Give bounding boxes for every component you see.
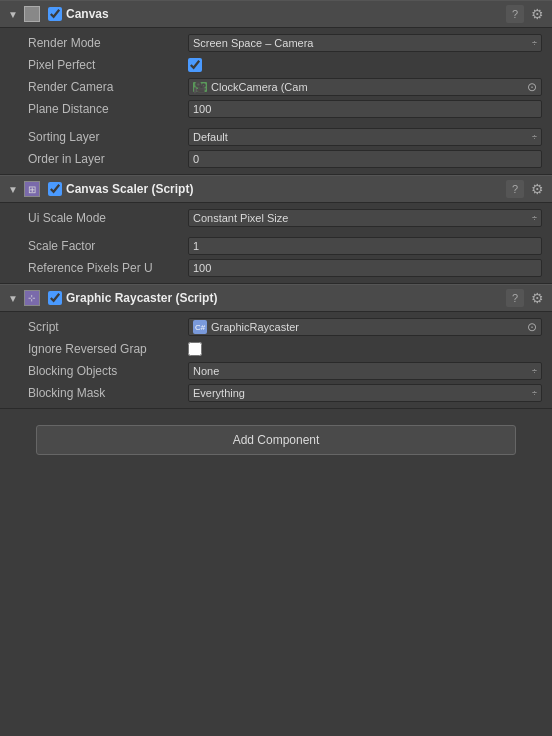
render-mode-dropdown[interactable]: Screen Space – Camera ÷	[188, 34, 542, 52]
plane-distance-input[interactable]	[188, 100, 542, 118]
canvas-scaler-help-button[interactable]: ?	[506, 180, 524, 198]
render-camera-row: Render Camera 🎥 ClockCamera (Cam ⊙	[0, 76, 552, 98]
canvas-scaler-collapse-arrow[interactable]: ▼	[6, 182, 20, 196]
script-cs-icon: C#	[193, 320, 207, 334]
render-camera-inner: 🎥 ClockCamera (Cam	[193, 81, 308, 93]
add-component-button[interactable]: Add Component	[36, 425, 516, 455]
render-mode-arrow: ÷	[532, 38, 537, 48]
order-in-layer-input[interactable]	[188, 150, 542, 168]
script-target-icon[interactable]: ⊙	[527, 320, 537, 334]
canvas-scaler-header: ▼ ⊞ Canvas Scaler (Script) ? ⚙	[0, 175, 552, 203]
ui-scale-mode-dropdown[interactable]: Constant Pixel Size ÷	[188, 209, 542, 227]
script-field[interactable]: C# GraphicRaycaster ⊙	[188, 318, 542, 336]
ui-scale-mode-arrow: ÷	[532, 213, 537, 223]
blocking-mask-arrow: ÷	[532, 388, 537, 398]
canvas-enable-checkbox[interactable]	[48, 7, 62, 21]
blocking-objects-value: None ÷	[188, 362, 542, 380]
order-in-layer-value	[188, 150, 542, 168]
blocking-mask-row: Blocking Mask Everything ÷	[0, 382, 552, 404]
plane-distance-value	[188, 100, 542, 118]
render-camera-target-icon[interactable]: ⊙	[527, 80, 537, 94]
sorting-layer-arrow: ÷	[532, 132, 537, 142]
blocking-objects-row: Blocking Objects None ÷	[0, 360, 552, 382]
ignore-reversed-value	[188, 342, 542, 356]
blocking-objects-text: None	[193, 365, 219, 377]
render-camera-text: ClockCamera (Cam	[211, 81, 308, 93]
canvas-title: Canvas	[66, 7, 506, 21]
sorting-layer-row: Sorting Layer Default ÷	[0, 126, 552, 148]
script-row: Script C# GraphicRaycaster ⊙	[0, 316, 552, 338]
canvas-component-header: ▼ Canvas ? ⚙	[0, 0, 552, 28]
pixel-perfect-label: Pixel Perfect	[28, 58, 188, 72]
pixel-perfect-value	[188, 58, 542, 72]
scale-factor-input[interactable]	[188, 237, 542, 255]
canvas-scaler-enable-checkbox[interactable]	[48, 182, 62, 196]
reference-pixels-input[interactable]	[188, 259, 542, 277]
canvas-scaler-component: ▼ ⊞ Canvas Scaler (Script) ? ⚙ Ui Scale …	[0, 175, 552, 284]
graphic-raycaster-help-button[interactable]: ?	[506, 289, 524, 307]
order-in-layer-row: Order in Layer	[0, 148, 552, 170]
blocking-mask-dropdown[interactable]: Everything ÷	[188, 384, 542, 402]
script-label: Script	[28, 320, 188, 334]
graphic-raycaster-enable-checkbox[interactable]	[48, 291, 62, 305]
reference-pixels-label: Reference Pixels Per U	[28, 261, 188, 275]
blocking-mask-value: Everything ÷	[188, 384, 542, 402]
blocking-mask-label: Blocking Mask	[28, 386, 188, 400]
blocking-objects-dropdown[interactable]: None ÷	[188, 362, 542, 380]
canvas-scaler-icon: ⊞	[24, 181, 40, 197]
graphic-raycaster-fields: Script C# GraphicRaycaster ⊙ Ignore Reve…	[0, 312, 552, 408]
canvas-collapse-arrow[interactable]: ▼	[6, 7, 20, 21]
ignore-reversed-checkbox[interactable]	[188, 342, 202, 356]
sorting-layer-dropdown[interactable]: Default ÷	[188, 128, 542, 146]
canvas-empty-icon	[24, 6, 40, 22]
plane-distance-label: Plane Distance	[28, 102, 188, 116]
render-mode-row: Render Mode Screen Space – Camera ÷	[0, 32, 552, 54]
graphic-raycaster-gear-button[interactable]: ⚙	[528, 289, 546, 307]
sorting-layer-value: Default ÷	[188, 128, 542, 146]
graphic-raycaster-icon: ⊹	[24, 290, 40, 306]
reference-pixels-value	[188, 259, 542, 277]
script-value: C# GraphicRaycaster ⊙	[188, 318, 542, 336]
canvas-gear-button[interactable]: ⚙	[528, 5, 546, 23]
canvas-scaler-title: Canvas Scaler (Script)	[66, 182, 506, 196]
graphic-raycaster-component: ▼ ⊹ Graphic Raycaster (Script) ? ⚙ Scrip…	[0, 284, 552, 409]
ui-scale-mode-value: Constant Pixel Size ÷	[188, 209, 542, 227]
scale-factor-label: Scale Factor	[28, 239, 188, 253]
inspector-panel: ▼ Canvas ? ⚙ Render Mode Screen Space – …	[0, 0, 552, 736]
render-camera-label: Render Camera	[28, 80, 188, 94]
plane-distance-row: Plane Distance	[0, 98, 552, 120]
ui-scale-mode-row: Ui Scale Mode Constant Pixel Size ÷	[0, 207, 552, 229]
render-camera-value: 🎥 ClockCamera (Cam ⊙	[188, 78, 542, 96]
scale-factor-row: Scale Factor	[0, 235, 552, 257]
canvas-help-button[interactable]: ?	[506, 5, 524, 23]
reference-pixels-row: Reference Pixels Per U	[0, 257, 552, 279]
render-mode-text: Screen Space – Camera	[193, 37, 313, 49]
blocking-mask-text: Everything	[193, 387, 245, 399]
pixel-perfect-row: Pixel Perfect	[0, 54, 552, 76]
canvas-scaler-gear-button[interactable]: ⚙	[528, 180, 546, 198]
camera-icon: 🎥	[193, 82, 207, 92]
graphic-raycaster-header: ▼ ⊹ Graphic Raycaster (Script) ? ⚙	[0, 284, 552, 312]
sorting-layer-text: Default	[193, 131, 228, 143]
render-mode-label: Render Mode	[28, 36, 188, 50]
pixel-perfect-checkbox[interactable]	[188, 58, 202, 72]
add-component-area: Add Component	[0, 409, 552, 736]
graphic-raycaster-collapse-arrow[interactable]: ▼	[6, 291, 20, 305]
canvas-component: ▼ Canvas ? ⚙ Render Mode Screen Space – …	[0, 0, 552, 175]
canvas-fields: Render Mode Screen Space – Camera ÷ Pixe…	[0, 28, 552, 174]
blocking-objects-label: Blocking Objects	[28, 364, 188, 378]
script-text: GraphicRaycaster	[211, 321, 299, 333]
order-in-layer-label: Order in Layer	[28, 152, 188, 166]
canvas-scaler-fields: Ui Scale Mode Constant Pixel Size ÷ Scal…	[0, 203, 552, 283]
scale-factor-value	[188, 237, 542, 255]
render-mode-value: Screen Space – Camera ÷	[188, 34, 542, 52]
graphic-raycaster-title: Graphic Raycaster (Script)	[66, 291, 506, 305]
ui-scale-mode-text: Constant Pixel Size	[193, 212, 288, 224]
ignore-reversed-row: Ignore Reversed Grap	[0, 338, 552, 360]
render-camera-field[interactable]: 🎥 ClockCamera (Cam ⊙	[188, 78, 542, 96]
ui-scale-mode-label: Ui Scale Mode	[28, 211, 188, 225]
script-inner: C# GraphicRaycaster	[193, 320, 299, 334]
sorting-layer-label: Sorting Layer	[28, 130, 188, 144]
ignore-reversed-label: Ignore Reversed Grap	[28, 342, 188, 356]
blocking-objects-arrow: ÷	[532, 366, 537, 376]
